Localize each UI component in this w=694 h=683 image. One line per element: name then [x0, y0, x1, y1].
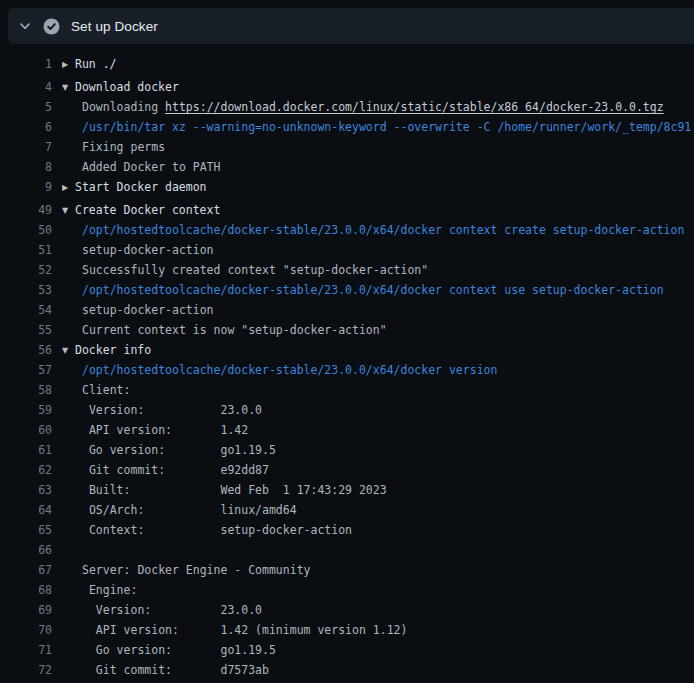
line-number[interactable]: 61 — [0, 440, 52, 460]
step-title: Set up Docker — [71, 19, 158, 34]
line-number[interactable]: 57 — [0, 360, 52, 380]
log-text: API version: 1.42 (minimum version 1.12) — [62, 620, 407, 640]
log-line: 72 Git commit: d7573ab — [0, 660, 694, 680]
log-line: 49▼Create Docker context — [0, 200, 694, 220]
log-line: 69 Version: 23.0.0 — [0, 600, 694, 620]
log-line: 7Fixing perms — [0, 137, 694, 157]
workflow-log-panel: Set up Docker 1▶Run ./4▼Download docker5… — [0, 0, 694, 683]
log-text: Fixing perms — [62, 137, 165, 157]
log-text: Version: 23.0.0 — [62, 600, 262, 620]
line-number[interactable]: 52 — [0, 260, 52, 280]
log-line: 56▼Docker info — [0, 340, 694, 360]
line-number[interactable]: 54 — [0, 300, 52, 320]
line-number[interactable]: 4 — [0, 77, 52, 97]
line-number[interactable]: 7 — [0, 137, 52, 157]
log-group-header[interactable]: ▶Run ./ — [62, 54, 117, 74]
log-line: 51setup-docker-action — [0, 240, 694, 260]
log-text: Current context is now "setup-docker-act… — [62, 320, 387, 340]
line-number[interactable]: 55 — [0, 320, 52, 340]
group-label: Run ./ — [75, 57, 117, 71]
log-line: 66 — [0, 540, 694, 560]
line-number[interactable]: 67 — [0, 560, 52, 580]
group-label: Start Docker daemon — [75, 180, 207, 194]
log-line: 57/opt/hostedtoolcache/docker-stable/23.… — [0, 360, 694, 380]
log-line: 61 Go version: go1.19.5 — [0, 440, 694, 460]
log-line: 63 Built: Wed Feb 1 17:43:29 2023 — [0, 480, 694, 500]
line-number[interactable]: 64 — [0, 500, 52, 520]
line-number[interactable]: 71 — [0, 640, 52, 660]
line-number[interactable]: 62 — [0, 460, 52, 480]
log-group-header[interactable]: ▼Download docker — [62, 77, 179, 97]
log-group-header[interactable]: ▶Start Docker daemon — [62, 177, 207, 197]
line-number[interactable]: 65 — [0, 520, 52, 540]
log-text: Server: Docker Engine - Community — [62, 560, 310, 580]
triangle-collapsed-icon: ▶ — [62, 178, 75, 197]
line-number[interactable]: 70 — [0, 620, 52, 640]
log-line: 53/opt/hostedtoolcache/docker-stable/23.… — [0, 280, 694, 300]
step-header[interactable]: Set up Docker — [8, 8, 694, 44]
log-line: 1▶Run ./ — [0, 54, 694, 74]
log-line: 8Added Docker to PATH — [0, 157, 694, 177]
log-command: /opt/hostedtoolcache/docker-stable/23.0.… — [62, 220, 684, 240]
line-number[interactable]: 66 — [0, 540, 52, 560]
log-command: /opt/hostedtoolcache/docker-stable/23.0.… — [62, 360, 497, 380]
log-text: OS/Arch: linux/amd64 — [62, 500, 297, 520]
log-text: setup-docker-action — [62, 300, 214, 320]
line-number[interactable]: 6 — [0, 117, 52, 137]
line-number[interactable]: 59 — [0, 400, 52, 420]
line-number[interactable]: 58 — [0, 380, 52, 400]
log-text: Go version: go1.19.5 — [62, 640, 276, 660]
line-number[interactable]: 68 — [0, 580, 52, 600]
line-number[interactable]: 60 — [0, 420, 52, 440]
log-line: 5Downloading https://download.docker.com… — [0, 97, 694, 117]
log-line: 55Current context is now "setup-docker-a… — [0, 320, 694, 340]
log-line: 60 API version: 1.42 — [0, 420, 694, 440]
line-number[interactable]: 50 — [0, 220, 52, 240]
log-line: 58Client: — [0, 380, 694, 400]
log-text — [62, 540, 82, 560]
line-number[interactable]: 9 — [0, 177, 52, 197]
line-number[interactable]: 53 — [0, 280, 52, 300]
triangle-collapsed-icon: ▶ — [62, 55, 75, 74]
log-text: Client: — [62, 380, 130, 400]
log-line: 4▼Download docker — [0, 77, 694, 97]
log-text: Git commit: d7573ab — [62, 660, 269, 680]
log-text: setup-docker-action — [62, 240, 214, 260]
chevron-down-icon[interactable] — [18, 19, 32, 33]
group-label: Docker info — [75, 343, 151, 357]
log-link[interactable]: https://download.docker.com/linux/static… — [165, 100, 664, 114]
check-circle-icon — [43, 18, 60, 35]
triangle-expanded-icon: ▼ — [62, 201, 75, 220]
log-text: Go version: go1.19.5 — [62, 440, 276, 460]
log-text: Engine: — [62, 580, 137, 600]
log-text: Built: Wed Feb 1 17:43:29 2023 — [62, 480, 387, 500]
log-group-header[interactable]: ▼Create Docker context — [62, 200, 220, 220]
log-text-segment: Downloading — [82, 100, 165, 114]
log-line: 52Successfully created context "setup-do… — [0, 260, 694, 280]
log-lines: 1▶Run ./4▼Download docker5Downloading ht… — [0, 44, 694, 683]
line-number[interactable]: 63 — [0, 480, 52, 500]
line-number[interactable]: 49 — [0, 200, 52, 220]
log-command: /opt/hostedtoolcache/docker-stable/23.0.… — [62, 280, 664, 300]
triangle-expanded-icon: ▼ — [62, 341, 75, 360]
log-text: API version: 1.42 — [62, 420, 248, 440]
log-line: 9▶Start Docker daemon — [0, 177, 694, 197]
line-number[interactable]: 51 — [0, 240, 52, 260]
log-line: 71 Go version: go1.19.5 — [0, 640, 694, 660]
line-number[interactable]: 69 — [0, 600, 52, 620]
log-line: 65 Context: setup-docker-action — [0, 520, 694, 540]
log-command: /usr/bin/tar xz --warning=no-unknown-key… — [62, 117, 691, 137]
line-number[interactable]: 72 — [0, 660, 52, 680]
log-group-header[interactable]: ▼Docker info — [62, 340, 151, 360]
line-number[interactable]: 1 — [0, 54, 52, 74]
log-line: 70 API version: 1.42 (minimum version 1.… — [0, 620, 694, 640]
line-number[interactable]: 56 — [0, 340, 52, 360]
group-label: Download docker — [75, 80, 179, 94]
log-line: 6/usr/bin/tar xz --warning=no-unknown-ke… — [0, 117, 694, 137]
log-line: 50/opt/hostedtoolcache/docker-stable/23.… — [0, 220, 694, 240]
log-line: 68 Engine: — [0, 580, 694, 600]
line-number[interactable]: 5 — [0, 97, 52, 117]
log-line: 54setup-docker-action — [0, 300, 694, 320]
line-number[interactable]: 8 — [0, 157, 52, 177]
log-text: Added Docker to PATH — [62, 157, 220, 177]
